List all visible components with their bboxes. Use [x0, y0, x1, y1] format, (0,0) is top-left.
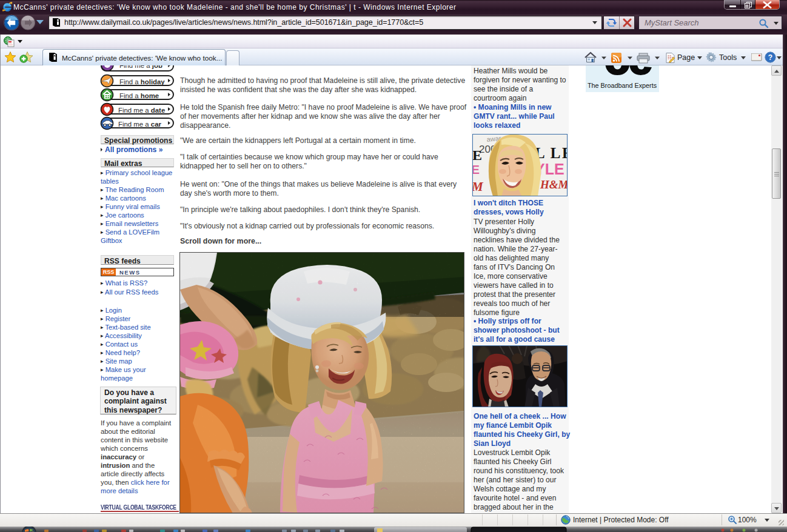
svg-text:?: ? [768, 53, 772, 62]
